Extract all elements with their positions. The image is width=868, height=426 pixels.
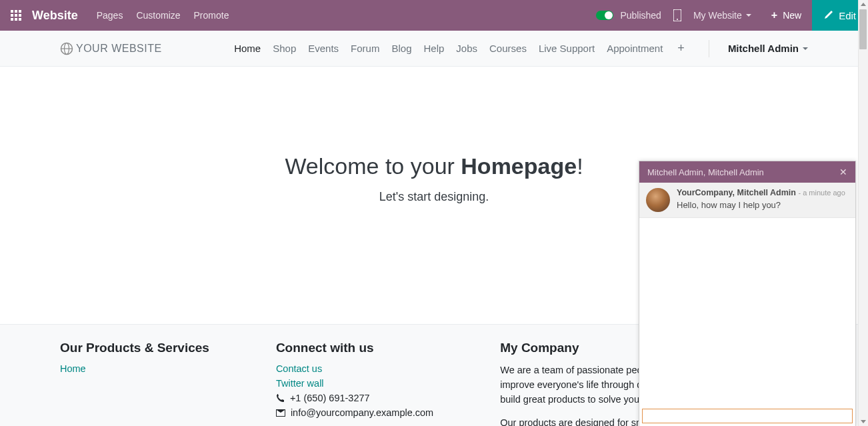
menu-customize[interactable]: Customize <box>136 10 180 21</box>
chat-author: YourCompany, Mitchell Admin <box>677 188 796 197</box>
top-menu: Pages Customize Promote <box>97 10 229 21</box>
footer-email-text: info@yourcompany.example.com <box>291 407 433 418</box>
chat-message: YourCompany, Mitchell Admin - a minute a… <box>639 183 855 218</box>
svg-rect-8 <box>19 18 21 21</box>
published-toggle[interactable] <box>596 11 613 20</box>
footer-email: info@yourcompany.example.com <box>276 407 433 418</box>
site-navbar: YOUR WEBSITE Home Shop Events Forum Blog… <box>0 31 868 67</box>
website-selector-label: My Website <box>693 10 742 21</box>
chat-widget: Mitchell Admin, Mitchell Admin ✕ YourCom… <box>639 161 856 426</box>
published-label: Published <box>620 10 661 21</box>
hero-title-strong: Homepage <box>461 153 577 179</box>
menu-pages[interactable]: Pages <box>97 10 123 21</box>
topbar-right: Published My Website + New Edit <box>596 0 868 31</box>
svg-rect-6 <box>11 18 13 21</box>
chat-input[interactable] <box>642 409 853 423</box>
nav-home[interactable]: Home <box>234 43 261 54</box>
svg-rect-5 <box>19 14 21 17</box>
nav-divider <box>709 40 709 57</box>
footer-link-home[interactable]: Home <box>60 363 209 374</box>
user-menu[interactable]: Mitchell Admin <box>728 43 808 54</box>
svg-point-10 <box>677 19 678 20</box>
footer-col-products: Our Products & Services Home <box>60 341 209 426</box>
svg-rect-2 <box>19 10 21 13</box>
website-selector[interactable]: My Website <box>693 10 751 21</box>
nav-livesupport[interactable]: Live Support <box>539 43 595 54</box>
footer-heading-connect: Connect with us <box>276 341 433 355</box>
svg-rect-3 <box>11 14 13 17</box>
footer-link-twitter-wall[interactable]: Twitter wall <box>276 378 433 389</box>
nav-shop[interactable]: Shop <box>273 43 296 54</box>
scroll-thumb[interactable] <box>859 9 867 49</box>
chevron-down-icon <box>746 14 751 17</box>
new-button[interactable]: + New <box>761 0 812 31</box>
envelope-icon <box>276 409 285 417</box>
nav-add-icon[interactable]: + <box>675 41 687 55</box>
chat-header[interactable]: Mitchell Admin, Mitchell Admin ✕ <box>639 161 855 183</box>
footer-link-contact[interactable]: Contact us <box>276 363 433 374</box>
avatar <box>646 188 670 212</box>
hero-title-suffix: ! <box>577 153 583 179</box>
user-name: Mitchell Admin <box>728 43 799 54</box>
new-label: New <box>783 10 801 21</box>
chat-text: Hello, how may I help you? <box>677 200 845 210</box>
nav-links: Home Shop Events Forum Blog Help Jobs Co… <box>234 40 808 57</box>
nav-courses[interactable]: Courses <box>489 43 527 54</box>
chat-title: Mitchell Admin, Mitchell Admin <box>647 167 764 177</box>
scroll-down-icon[interactable] <box>861 420 866 423</box>
svg-rect-1 <box>15 10 17 13</box>
chevron-down-icon <box>803 47 808 50</box>
footer-phone: +1 (650) 691-3277 <box>276 393 433 403</box>
footer-heading-products: Our Products & Services <box>60 341 209 355</box>
hero-title-prefix: Welcome to your <box>285 153 461 179</box>
app-brand[interactable]: Website <box>32 9 78 23</box>
site-logo[interactable]: YOUR WEBSITE <box>60 42 162 55</box>
phone-icon <box>276 394 285 403</box>
svg-rect-0 <box>11 10 13 13</box>
nav-jobs[interactable]: Jobs <box>456 43 477 54</box>
plus-icon: + <box>771 9 777 21</box>
edit-label: Edit <box>839 10 856 21</box>
close-icon[interactable]: ✕ <box>839 167 847 177</box>
pencil-icon <box>824 10 833 21</box>
nav-events[interactable]: Events <box>308 43 339 54</box>
scroll-up-icon[interactable] <box>861 3 866 6</box>
svg-rect-4 <box>15 14 17 17</box>
footer-col-connect: Connect with us Contact us Twitter wall … <box>276 341 433 426</box>
footer-phone-text: +1 (650) 691-3277 <box>290 393 370 403</box>
chat-timestamp: - a minute ago <box>798 189 845 197</box>
scrollbar[interactable] <box>858 0 868 426</box>
nav-blog[interactable]: Blog <box>391 43 411 54</box>
nav-forum[interactable]: Forum <box>351 43 379 54</box>
logo-text: YOUR WEBSITE <box>76 43 162 55</box>
globe-icon <box>60 42 73 55</box>
menu-promote[interactable]: Promote <box>194 10 229 21</box>
svg-rect-7 <box>15 18 17 21</box>
app-topbar: Website Pages Customize Promote Publishe… <box>0 0 868 31</box>
nav-help[interactable]: Help <box>423 43 444 54</box>
mobile-preview-icon[interactable] <box>673 9 681 21</box>
nav-appointment[interactable]: Appointment <box>607 43 663 54</box>
apps-icon[interactable] <box>11 10 21 21</box>
